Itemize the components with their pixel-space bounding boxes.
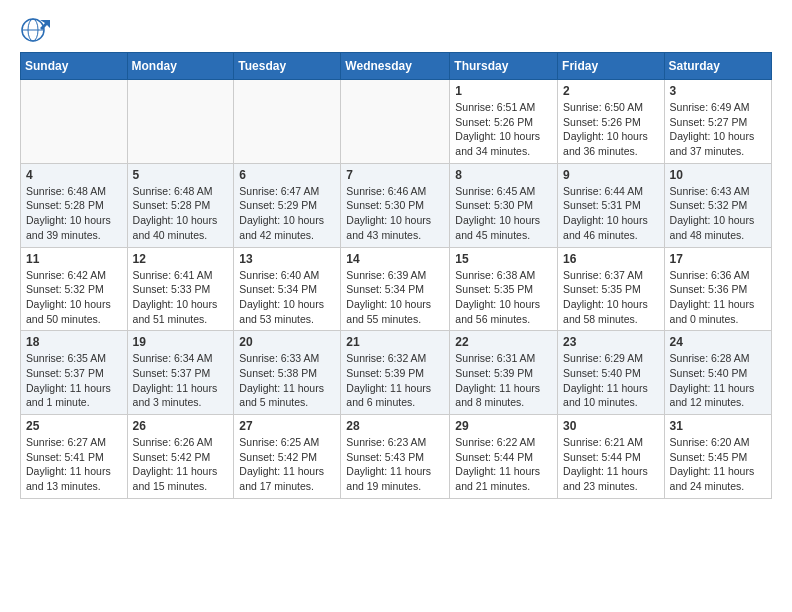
day-number: 23 — [563, 335, 659, 349]
day-info: Sunrise: 6:43 AM Sunset: 5:32 PM Dayligh… — [670, 184, 766, 243]
calendar-day-cell: 12Sunrise: 6:41 AM Sunset: 5:33 PM Dayli… — [127, 247, 234, 331]
calendar-day-cell: 25Sunrise: 6:27 AM Sunset: 5:41 PM Dayli… — [21, 415, 128, 499]
day-number: 11 — [26, 252, 122, 266]
calendar-day-cell: 31Sunrise: 6:20 AM Sunset: 5:45 PM Dayli… — [664, 415, 771, 499]
day-info: Sunrise: 6:42 AM Sunset: 5:32 PM Dayligh… — [26, 268, 122, 327]
day-number: 5 — [133, 168, 229, 182]
calendar-day-cell: 8Sunrise: 6:45 AM Sunset: 5:30 PM Daylig… — [450, 163, 558, 247]
calendar-week-row: 25Sunrise: 6:27 AM Sunset: 5:41 PM Dayli… — [21, 415, 772, 499]
day-number: 13 — [239, 252, 335, 266]
day-number: 26 — [133, 419, 229, 433]
weekday-header: Thursday — [450, 53, 558, 80]
day-info: Sunrise: 6:26 AM Sunset: 5:42 PM Dayligh… — [133, 435, 229, 494]
calendar-day-cell: 19Sunrise: 6:34 AM Sunset: 5:37 PM Dayli… — [127, 331, 234, 415]
day-number: 29 — [455, 419, 552, 433]
calendar-day-cell: 15Sunrise: 6:38 AM Sunset: 5:35 PM Dayli… — [450, 247, 558, 331]
day-info: Sunrise: 6:20 AM Sunset: 5:45 PM Dayligh… — [670, 435, 766, 494]
day-number: 12 — [133, 252, 229, 266]
calendar-day-cell: 3Sunrise: 6:49 AM Sunset: 5:27 PM Daylig… — [664, 80, 771, 164]
weekday-header: Saturday — [664, 53, 771, 80]
day-number: 10 — [670, 168, 766, 182]
day-number: 21 — [346, 335, 444, 349]
day-number: 27 — [239, 419, 335, 433]
day-info: Sunrise: 6:48 AM Sunset: 5:28 PM Dayligh… — [133, 184, 229, 243]
weekday-header: Tuesday — [234, 53, 341, 80]
day-info: Sunrise: 6:45 AM Sunset: 5:30 PM Dayligh… — [455, 184, 552, 243]
day-info: Sunrise: 6:32 AM Sunset: 5:39 PM Dayligh… — [346, 351, 444, 410]
weekday-header: Friday — [558, 53, 665, 80]
calendar-day-cell: 4Sunrise: 6:48 AM Sunset: 5:28 PM Daylig… — [21, 163, 128, 247]
page-header — [20, 16, 772, 44]
calendar-week-row: 11Sunrise: 6:42 AM Sunset: 5:32 PM Dayli… — [21, 247, 772, 331]
day-number: 24 — [670, 335, 766, 349]
day-info: Sunrise: 6:25 AM Sunset: 5:42 PM Dayligh… — [239, 435, 335, 494]
calendar-day-cell — [341, 80, 450, 164]
logo — [20, 16, 54, 44]
weekday-header-row: SundayMondayTuesdayWednesdayThursdayFrid… — [21, 53, 772, 80]
calendar-day-cell: 6Sunrise: 6:47 AM Sunset: 5:29 PM Daylig… — [234, 163, 341, 247]
day-info: Sunrise: 6:37 AM Sunset: 5:35 PM Dayligh… — [563, 268, 659, 327]
calendar-day-cell: 21Sunrise: 6:32 AM Sunset: 5:39 PM Dayli… — [341, 331, 450, 415]
calendar-day-cell: 28Sunrise: 6:23 AM Sunset: 5:43 PM Dayli… — [341, 415, 450, 499]
day-info: Sunrise: 6:29 AM Sunset: 5:40 PM Dayligh… — [563, 351, 659, 410]
calendar-day-cell: 27Sunrise: 6:25 AM Sunset: 5:42 PM Dayli… — [234, 415, 341, 499]
calendar-day-cell — [21, 80, 128, 164]
day-number: 25 — [26, 419, 122, 433]
calendar-table: SundayMondayTuesdayWednesdayThursdayFrid… — [20, 52, 772, 499]
calendar-day-cell: 29Sunrise: 6:22 AM Sunset: 5:44 PM Dayli… — [450, 415, 558, 499]
calendar-day-cell: 9Sunrise: 6:44 AM Sunset: 5:31 PM Daylig… — [558, 163, 665, 247]
calendar-day-cell — [234, 80, 341, 164]
day-number: 8 — [455, 168, 552, 182]
day-info: Sunrise: 6:40 AM Sunset: 5:34 PM Dayligh… — [239, 268, 335, 327]
calendar-day-cell: 17Sunrise: 6:36 AM Sunset: 5:36 PM Dayli… — [664, 247, 771, 331]
calendar-day-cell — [127, 80, 234, 164]
day-number: 22 — [455, 335, 552, 349]
day-number: 30 — [563, 419, 659, 433]
day-info: Sunrise: 6:46 AM Sunset: 5:30 PM Dayligh… — [346, 184, 444, 243]
day-info: Sunrise: 6:21 AM Sunset: 5:44 PM Dayligh… — [563, 435, 659, 494]
day-number: 20 — [239, 335, 335, 349]
day-info: Sunrise: 6:49 AM Sunset: 5:27 PM Dayligh… — [670, 100, 766, 159]
day-info: Sunrise: 6:31 AM Sunset: 5:39 PM Dayligh… — [455, 351, 552, 410]
calendar-day-cell: 30Sunrise: 6:21 AM Sunset: 5:44 PM Dayli… — [558, 415, 665, 499]
calendar-day-cell: 14Sunrise: 6:39 AM Sunset: 5:34 PM Dayli… — [341, 247, 450, 331]
day-info: Sunrise: 6:28 AM Sunset: 5:40 PM Dayligh… — [670, 351, 766, 410]
day-info: Sunrise: 6:36 AM Sunset: 5:36 PM Dayligh… — [670, 268, 766, 327]
calendar-day-cell: 24Sunrise: 6:28 AM Sunset: 5:40 PM Dayli… — [664, 331, 771, 415]
calendar-day-cell: 7Sunrise: 6:46 AM Sunset: 5:30 PM Daylig… — [341, 163, 450, 247]
day-number: 18 — [26, 335, 122, 349]
day-number: 3 — [670, 84, 766, 98]
day-number: 28 — [346, 419, 444, 433]
calendar-week-row: 18Sunrise: 6:35 AM Sunset: 5:37 PM Dayli… — [21, 331, 772, 415]
day-info: Sunrise: 6:48 AM Sunset: 5:28 PM Dayligh… — [26, 184, 122, 243]
day-info: Sunrise: 6:51 AM Sunset: 5:26 PM Dayligh… — [455, 100, 552, 159]
weekday-header: Monday — [127, 53, 234, 80]
calendar-day-cell: 18Sunrise: 6:35 AM Sunset: 5:37 PM Dayli… — [21, 331, 128, 415]
day-number: 17 — [670, 252, 766, 266]
day-info: Sunrise: 6:22 AM Sunset: 5:44 PM Dayligh… — [455, 435, 552, 494]
calendar-day-cell: 2Sunrise: 6:50 AM Sunset: 5:26 PM Daylig… — [558, 80, 665, 164]
calendar-day-cell: 16Sunrise: 6:37 AM Sunset: 5:35 PM Dayli… — [558, 247, 665, 331]
day-info: Sunrise: 6:44 AM Sunset: 5:31 PM Dayligh… — [563, 184, 659, 243]
day-number: 16 — [563, 252, 659, 266]
day-info: Sunrise: 6:35 AM Sunset: 5:37 PM Dayligh… — [26, 351, 122, 410]
calendar-day-cell: 13Sunrise: 6:40 AM Sunset: 5:34 PM Dayli… — [234, 247, 341, 331]
day-info: Sunrise: 6:27 AM Sunset: 5:41 PM Dayligh… — [26, 435, 122, 494]
svg-marker-4 — [40, 20, 50, 30]
calendar-day-cell: 1Sunrise: 6:51 AM Sunset: 5:26 PM Daylig… — [450, 80, 558, 164]
day-info: Sunrise: 6:34 AM Sunset: 5:37 PM Dayligh… — [133, 351, 229, 410]
weekday-header: Sunday — [21, 53, 128, 80]
calendar-day-cell: 5Sunrise: 6:48 AM Sunset: 5:28 PM Daylig… — [127, 163, 234, 247]
day-info: Sunrise: 6:23 AM Sunset: 5:43 PM Dayligh… — [346, 435, 444, 494]
day-info: Sunrise: 6:50 AM Sunset: 5:26 PM Dayligh… — [563, 100, 659, 159]
day-info: Sunrise: 6:47 AM Sunset: 5:29 PM Dayligh… — [239, 184, 335, 243]
logo-icon — [20, 16, 50, 44]
day-number: 6 — [239, 168, 335, 182]
day-number: 15 — [455, 252, 552, 266]
calendar-day-cell: 22Sunrise: 6:31 AM Sunset: 5:39 PM Dayli… — [450, 331, 558, 415]
calendar-day-cell: 23Sunrise: 6:29 AM Sunset: 5:40 PM Dayli… — [558, 331, 665, 415]
day-number: 1 — [455, 84, 552, 98]
day-number: 14 — [346, 252, 444, 266]
day-number: 7 — [346, 168, 444, 182]
calendar-day-cell: 11Sunrise: 6:42 AM Sunset: 5:32 PM Dayli… — [21, 247, 128, 331]
